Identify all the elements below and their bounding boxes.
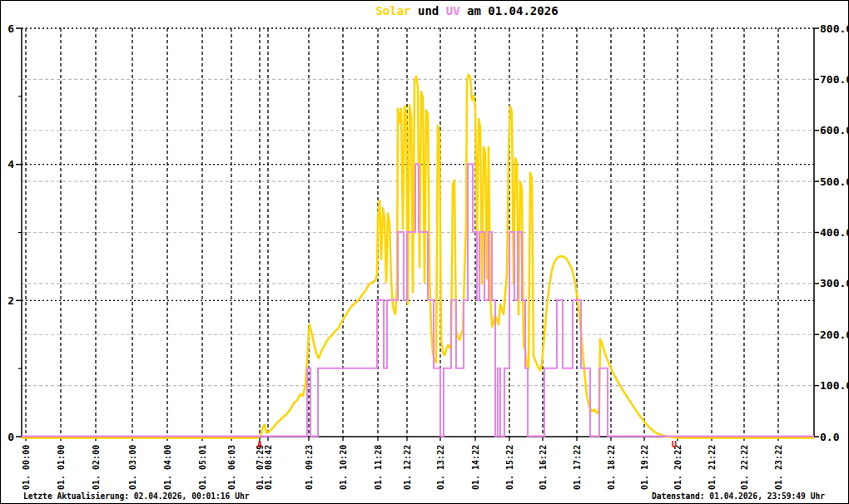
title-segment: am 01.04.2026 [460,4,559,17]
x-axis-label: 01. 23:22 [774,445,783,490]
x-axis-label: 01. 15:22 [505,445,514,490]
chart-title: Solar und UV am 01.04.2026 [84,4,849,17]
last-update-text: Letzte Aktualisierung: 02.04.2026, 00:01… [23,492,249,501]
x-axis-label: 01. 11:28 [374,445,383,490]
x-axis-label: 01. 01:00 [57,445,66,490]
data-timestamp-text: Datenstand: 01.04.2026, 23:59:49 Uhr [652,492,825,501]
x-axis-label: 01. 00:00 [22,445,31,490]
title-segment: UV [446,4,460,17]
x-axis-label: 01. 16:22 [539,445,548,490]
sunrise-marker: A [257,440,262,449]
x-axis-label: 01. 03:00 [128,445,137,490]
x-axis-label: 01. 18:22 [607,445,616,490]
left-axis-label: 2 [7,294,14,307]
right-axis-label: 200.0 [820,329,849,341]
x-axis-label: 01. 20:22 [673,445,683,490]
x-axis-label: 01. 06:03 [227,445,236,490]
x-axis-label: 01. 09:23 [305,445,314,490]
chart-canvas: 6420800.0700.0600.0500.0400.0300.0200.01… [1,1,849,504]
right-axis-label: 0.0 [820,431,840,443]
x-axis-label: 01. 19:22 [640,445,649,490]
x-axis-label: 01. 10:20 [339,445,348,490]
x-axis-label: 01. 22:22 [740,445,749,490]
x-axis-label: 01. 17:22 [573,445,582,490]
x-axis-label: 01. 02:00 [92,445,101,490]
x-axis-label: 01. 05:01 [198,445,207,490]
solar-line [22,75,814,438]
x-axis-label: 01. 08:42 [264,445,273,490]
right-axis-label: 600.0 [820,124,849,136]
chart-window: Solar und UV am 01.04.2026 6420800.0700.… [0,0,849,504]
right-axis-label: 700.0 [820,73,849,86]
x-axis-label: 01. 13:22 [436,445,445,490]
x-axis-label: 01. 21:22 [708,445,717,490]
title-segment: und [411,4,446,17]
right-axis-label: 300.0 [820,277,849,289]
x-axis-label: 01. 12:22 [403,445,412,490]
right-axis-label: 100.0 [820,379,849,392]
x-axis-label: 01. 14:22 [471,445,480,490]
title-segment: Solar [375,4,410,17]
left-axis-label: 6 [7,22,14,35]
right-axis-label: 400.0 [820,226,849,239]
x-axis-label: 01. 04:00 [163,445,172,490]
sunset-marker: U [672,440,677,449]
right-axis-label: 500.0 [820,175,849,188]
left-axis-label: 4 [7,158,14,170]
left-axis-label: 0 [7,431,14,443]
right-axis-label: 800.0 [820,22,849,35]
